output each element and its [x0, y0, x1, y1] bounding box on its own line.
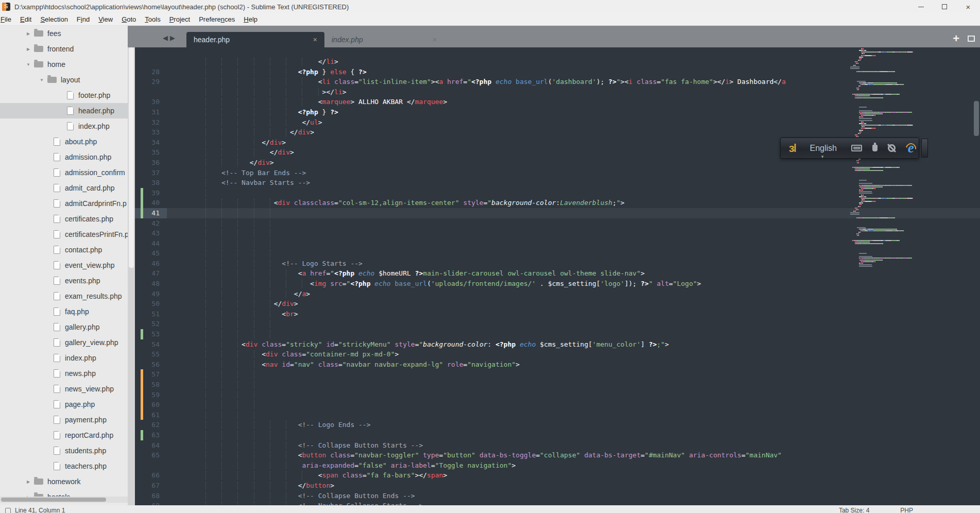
tab-close-icon[interactable]: ×	[313, 36, 317, 44]
code-line-49[interactable]: 49 </a>	[135, 289, 980, 299]
sidebar-horizontal-scrollbar[interactable]	[0, 497, 128, 503]
line-number[interactable]: 64	[135, 440, 167, 451]
code-line-63[interactable]: 63	[135, 430, 980, 440]
line-number[interactable]: 49	[135, 289, 167, 299]
line-number[interactable]: 66	[135, 470, 167, 481]
line-number[interactable]: 57	[135, 369, 167, 380]
line-number[interactable]: 50	[135, 299, 167, 309]
title-bar[interactable]: D:\xampp\htdocs\school2\application\view…	[0, 0, 980, 13]
sidebar-item-index-php[interactable]: index.php	[0, 118, 128, 134]
tab-close-icon[interactable]: ×	[433, 36, 437, 44]
menu-item-preferences[interactable]: Preferences	[194, 14, 239, 25]
chevron-right-icon[interactable]: ▶	[25, 47, 32, 52]
line-number[interactable]: 48	[135, 279, 167, 289]
editor-scrollbar-thumb[interactable]	[974, 101, 979, 136]
menu-item-file[interactable]: File	[0, 14, 16, 25]
sidebar-item-index-php[interactable]: index.php	[0, 350, 128, 366]
status-icon[interactable]	[5, 508, 11, 513]
sidebar-item-home[interactable]: ▼home	[0, 57, 128, 72]
code-line-62[interactable]: 62 <!-- Logo Ends -->	[135, 420, 980, 430]
sidebar-item-about-php[interactable]: about.php	[0, 134, 128, 149]
code-line-51[interactable]: 51 <br>	[135, 309, 980, 319]
sidebar-item-admitcardprintfn-p[interactable]: admitCardprintFn.p	[0, 196, 128, 211]
chevron-down-icon[interactable]: ▼	[25, 62, 32, 67]
code-line-47[interactable]: 47 <a href="<?php echo $homeURL ?>main-s…	[135, 268, 980, 279]
code-line-53[interactable]: 53	[135, 329, 980, 339]
code-line-56[interactable]: 56 <nav id="nav" class="navbar navbar-ex…	[135, 360, 980, 370]
tab-index-php[interactable]: index.php ×	[324, 32, 444, 47]
code-line-61[interactable]: 61	[135, 410, 980, 420]
sidebar-vertical-scrollbar[interactable]	[128, 47, 135, 505]
minimap[interactable]	[845, 48, 966, 270]
back-arrow-icon[interactable]: ◀	[163, 34, 170, 42]
language-label[interactable]: English	[804, 144, 843, 153]
code-line-68[interactable]: 68 <!-- Collapse Button Ends -->	[135, 491, 980, 501]
code-line-48[interactable]: 48 <img src="<?php echo base_url('upload…	[135, 279, 980, 289]
sidebar-item-fees[interactable]: ▶fees	[0, 26, 128, 41]
line-number[interactable]: 36	[135, 158, 167, 168]
chevron-down-icon[interactable]: ▼	[38, 78, 45, 82]
sidebar-item-gallery-view-php[interactable]: gallery_view.php	[0, 335, 128, 350]
menu-item-edit[interactable]: Edit	[15, 14, 36, 25]
line-number[interactable]	[135, 57, 167, 67]
sidebar-item-events-php[interactable]: events.php	[0, 273, 128, 288]
chevron-right-icon[interactable]: ▶	[25, 31, 32, 36]
bengali-letter-icon[interactable]	[781, 142, 804, 155]
sidebar-item-news-php[interactable]: news.php	[0, 366, 128, 381]
tab-header-php[interactable]: header.php ×	[186, 32, 324, 47]
sidebar-item-news-view-php[interactable]: news_view.php	[0, 381, 128, 397]
keyboard-icon[interactable]	[851, 145, 863, 151]
internet-explorer-icon[interactable]: e	[905, 141, 919, 156]
new-tab-icon[interactable]: +	[953, 32, 959, 45]
code-line-52[interactable]: 52	[135, 319, 980, 329]
sidebar-item-teachers-php[interactable]: teachers.php	[0, 458, 128, 474]
sidebar-item-certificates-php[interactable]: certificates.php	[0, 211, 128, 227]
sidebar-item-gallery-php[interactable]: gallery.php	[0, 319, 128, 335]
line-number[interactable]: 53	[135, 329, 167, 339]
line-number[interactable]: 67	[135, 481, 167, 491]
code-line-58[interactable]: 58	[135, 380, 980, 390]
sidebar-item-admission-php[interactable]: admission.php	[0, 149, 128, 165]
line-number[interactable]: 56	[135, 360, 167, 370]
line-number[interactable]: 52	[135, 319, 167, 329]
scrollbar-thumb[interactable]	[129, 47, 134, 268]
forward-arrow-icon[interactable]: ▶	[170, 34, 177, 42]
line-number[interactable]: 39	[135, 188, 167, 198]
line-number[interactable]: 44	[135, 238, 167, 249]
code-line-65[interactable]: 65 <button class="navbar-toggler" type="…	[135, 450, 980, 460]
code-line-67[interactable]: 67 </button>	[135, 481, 980, 491]
line-number[interactable]: 60	[135, 400, 167, 410]
line-number[interactable]: 58	[135, 380, 167, 390]
code-line-57[interactable]: 57	[135, 369, 980, 380]
line-number[interactable]: 47	[135, 268, 167, 279]
line-number[interactable]: 31	[135, 107, 167, 117]
sidebar-item-admit-card-php[interactable]: admit_card.php	[0, 180, 128, 196]
sidebar-item-event-view-php[interactable]: event_view.php	[0, 258, 128, 273]
code-line-50[interactable]: 50 </div>	[135, 299, 980, 309]
line-number[interactable]: 61	[135, 410, 167, 420]
menu-item-help[interactable]: Help	[239, 14, 262, 25]
sidebar-item-exam-results-php[interactable]: exam_results.php	[0, 288, 128, 304]
settings-gear-icon[interactable]	[888, 144, 896, 152]
line-number[interactable]: 38	[135, 178, 167, 188]
menu-item-tools[interactable]: Tools	[140, 14, 165, 25]
line-number[interactable]: 37	[135, 168, 167, 178]
sidebar-item-faq-php[interactable]: faq.php	[0, 304, 128, 319]
sidebar-item-contact-php[interactable]: contact.php	[0, 242, 128, 258]
line-number[interactable]	[135, 460, 167, 471]
code-line-54[interactable]: 54 <div class="stricky" id="strickyMenu"…	[135, 339, 980, 350]
line-number[interactable]: 45	[135, 248, 167, 259]
line-number[interactable]: 42	[135, 218, 167, 229]
line-number[interactable]: 41	[135, 208, 167, 218]
line-number[interactable]: 40	[135, 198, 167, 208]
code-line-55[interactable]: 55 <div class="container-md px-md-0">	[135, 349, 980, 360]
line-number[interactable]: 59	[135, 390, 167, 400]
ime-tool-icon[interactable]	[872, 145, 878, 151]
line-number[interactable]: 29	[135, 77, 167, 87]
line-number[interactable]: 62	[135, 420, 167, 430]
sidebar-item-footer-php[interactable]: footer.php	[0, 88, 128, 103]
line-number[interactable]: 32	[135, 117, 167, 128]
menu-item-project[interactable]: Project	[165, 14, 195, 25]
line-number[interactable]: 43	[135, 228, 167, 238]
maximize-button[interactable]	[933, 0, 956, 13]
